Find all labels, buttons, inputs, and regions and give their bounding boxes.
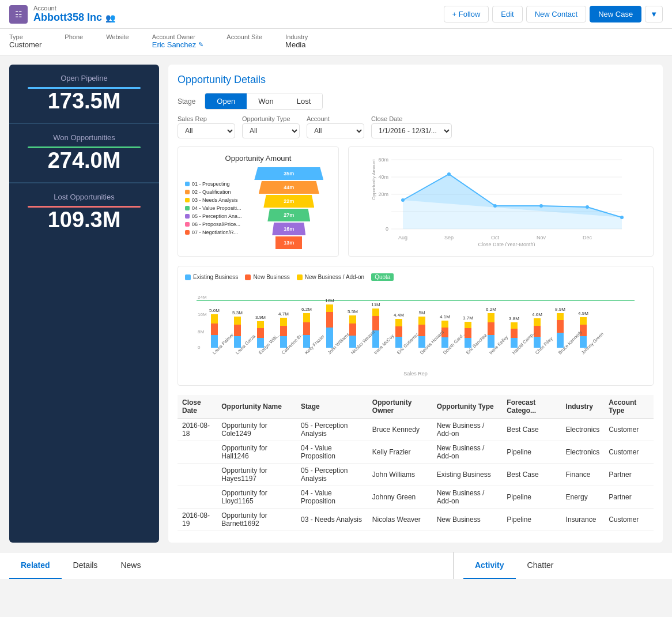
cell-date: 2016-08-18 (178, 419, 217, 441)
cell-date (178, 464, 217, 486)
tab-details[interactable]: Details (62, 552, 110, 579)
account-label: Account (33, 5, 115, 12)
svg-rect-88 (557, 320, 564, 333)
svg-rect-85 (534, 318, 541, 326)
right-panel: Opportunity Details Stage Open Won Lost … (168, 65, 663, 543)
svg-rect-40 (280, 326, 287, 336)
lost-opps-value: 109.3M (18, 208, 150, 232)
account-select[interactable]: All (307, 123, 364, 138)
funnel-bar-5: 16m (272, 223, 305, 235)
cell-owner: Kelly Frazier (368, 441, 432, 464)
svg-text:11M: 11M (371, 302, 380, 307)
line-chart-svg: 60m 40m 20m 0 Opportunity Amount (356, 154, 646, 246)
svg-rect-47 (326, 328, 333, 348)
bottom-tabs-right: Activity Chatter (454, 552, 672, 579)
tab-related[interactable]: Related (9, 552, 62, 579)
svg-text:Dec: Dec (583, 235, 592, 240)
account-icon: ☷ (9, 5, 28, 24)
account-name-row: Abbott358 Inc 👥 (33, 12, 115, 24)
cell-account-type: Customer (604, 509, 654, 531)
svg-text:8M: 8M (198, 329, 204, 334)
close-date-select[interactable]: 1/1/2016 - 12/31/... (371, 123, 452, 138)
sales-rep-filter: Sales Rep All (178, 115, 235, 138)
oppty-type-label: Opportunity Type (242, 115, 300, 122)
funnel-bar-6: 13m (275, 236, 302, 249)
cell-date (178, 441, 217, 464)
svg-point-10 (401, 198, 405, 202)
cell-industry: Energy (561, 486, 605, 509)
cell-forecast: Pipeline (502, 509, 561, 531)
cell-date (178, 486, 217, 509)
cell-opp-name[interactable]: Opportunity for Hall1246 (217, 441, 296, 464)
svg-rect-56 (372, 316, 379, 330)
open-pipeline-value: 173.5M (18, 89, 150, 114)
cell-type: Existing Business (432, 464, 503, 486)
cell-forecast: Best Case (502, 464, 561, 486)
svg-text:4.6M: 4.6M (532, 312, 542, 317)
cell-opp-name[interactable]: Opportunity for Bridges657 (217, 531, 296, 534)
funnel-legend: 01 - Prospecting 02 - Qualification 03 -… (185, 167, 242, 249)
cell-opp-name[interactable]: Opportunity for Hayes1197 (217, 464, 296, 486)
cell-stage: 02 - Qualification (296, 531, 368, 534)
svg-rect-53 (349, 315, 356, 323)
legend-existing: Existing Business (185, 274, 238, 280)
sales-rep-select[interactable]: All (178, 123, 235, 138)
svg-text:0: 0 (198, 345, 201, 350)
tab-chatter[interactable]: Chatter (516, 552, 565, 579)
follow-button[interactable]: + Follow (444, 6, 489, 22)
cell-owner: Nicolas Weaver (368, 509, 432, 531)
svg-text:4.7M: 4.7M (278, 311, 289, 317)
edit-button[interactable]: Edit (492, 6, 522, 22)
svg-rect-29 (211, 314, 218, 323)
svg-rect-41 (280, 318, 287, 326)
svg-rect-87 (557, 333, 564, 348)
col-account-type: Account Type (604, 395, 654, 419)
new-contact-button[interactable]: New Contact (526, 6, 586, 22)
oppty-type-select[interactable]: All (242, 123, 300, 138)
tab-won[interactable]: Won (247, 93, 285, 109)
table-row: 2016-08-19 Opportunity for Barnett1692 0… (178, 509, 654, 531)
funnel-bar-1: 35m (254, 167, 323, 180)
people-icon[interactable]: 👥 (105, 13, 115, 22)
svg-rect-73 (465, 322, 471, 328)
svg-point-14 (586, 205, 589, 209)
svg-text:3.8M: 3.8M (509, 316, 519, 321)
header-left: ☷ Account Abbott358 Inc 👥 (9, 5, 115, 24)
funnel-bar-4: 27m (267, 209, 310, 221)
svg-text:24M: 24M (198, 295, 207, 300)
new-case-button[interactable]: New Case (590, 6, 641, 22)
tab-open[interactable]: Open (205, 93, 247, 109)
account-name: Abbott358 Inc (33, 12, 102, 24)
won-opps-label: Won Opportunities (18, 133, 150, 142)
svg-rect-49 (326, 304, 333, 312)
tab-activity[interactable]: Activity (463, 552, 516, 579)
svg-rect-69 (441, 321, 448, 328)
table-row: Opportunity for Bridges657 02 - Qualific… (178, 531, 654, 534)
svg-text:16M: 16M (198, 312, 207, 317)
owner-value[interactable]: Eric Sanchez ✎ (152, 40, 204, 49)
legend-needs: 03 - Needs Analysis (185, 197, 242, 203)
cell-forecast: Pipeline (502, 531, 561, 534)
account-icon-glyph: ☷ (15, 10, 22, 19)
tab-news[interactable]: News (109, 552, 152, 579)
account-filter: Account All (307, 115, 364, 138)
cell-opp-name[interactable]: Opportunity for Barnett1692 (217, 509, 296, 531)
cell-opp-name[interactable]: Opportunity for Lloyd1165 (217, 486, 296, 509)
svg-rect-89 (557, 313, 564, 320)
cell-opp-name[interactable]: Opportunity for Cole1249 (217, 419, 296, 441)
col-opp-owner: Opportunity Owner (368, 395, 432, 419)
data-table: Close Date Opportunity Name Stage Opport… (178, 395, 654, 533)
dropdown-button[interactable]: ▼ (645, 6, 663, 22)
svg-rect-52 (349, 323, 356, 336)
svg-rect-81 (511, 322, 518, 329)
col-opp-name: Opportunity Name (217, 395, 296, 419)
svg-text:Nov: Nov (537, 235, 546, 240)
bottom-area: Related Details News Activity Chatter (0, 552, 672, 579)
svg-rect-65 (418, 317, 425, 325)
cell-date: 2016-08-19 (178, 509, 217, 531)
tab-lost[interactable]: Lost (285, 93, 323, 109)
cell-account-type: Partner (604, 464, 654, 486)
svg-text:3.9M: 3.9M (255, 315, 266, 320)
stage-filter-row: Stage Open Won Lost (178, 93, 654, 110)
legend-negotiation: 07 - Negotiation/R... (185, 230, 242, 235)
